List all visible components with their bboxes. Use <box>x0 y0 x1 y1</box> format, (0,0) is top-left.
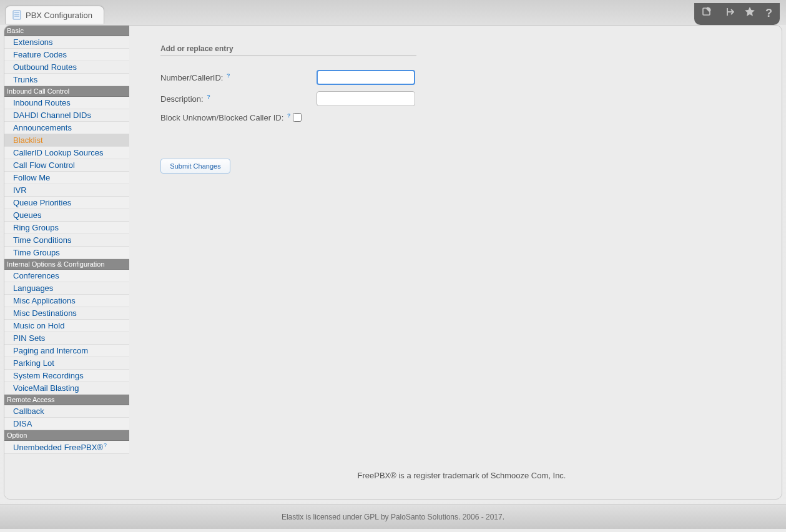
edit-icon[interactable] <box>702 6 713 21</box>
help-icon[interactable]: ? <box>287 112 291 119</box>
sidebar-item[interactable]: Callback <box>4 405 129 418</box>
description-label: Description: <box>160 94 204 104</box>
sidebar-item[interactable]: Conferences <box>4 270 129 282</box>
sidebar-item[interactable]: Time Conditions <box>4 234 129 247</box>
sidebar-item[interactable]: Misc Applications <box>4 295 129 307</box>
number-input[interactable] <box>317 70 415 85</box>
pbx-tab-icon <box>12 10 22 20</box>
sidebar-item[interactable]: Trunks <box>4 74 129 86</box>
sidebar-category-header: Option <box>4 430 129 441</box>
sidebar-item[interactable]: Music on Hold <box>4 320 129 332</box>
help-icon[interactable]: ? <box>104 442 107 448</box>
number-label: Number/CallerID: <box>160 73 223 82</box>
form-row-description: Description: ? <box>160 91 763 106</box>
content-area: Add or replace entry Number/CallerID: ? … <box>129 26 782 499</box>
sidebar: BasicExtensionsFeature CodesOutbound Rou… <box>4 26 129 499</box>
active-tab[interactable]: PBX Configuration <box>5 6 104 24</box>
star-icon[interactable] <box>744 6 755 21</box>
number-label-wrap: Number/CallerID: ? <box>160 72 317 82</box>
sidebar-item[interactable]: Blacklist <box>4 134 129 147</box>
sidebar-category-header: Internal Options & Configuration <box>4 259 129 270</box>
description-label-wrap: Description: ? <box>160 94 317 104</box>
sidebar-item[interactable]: DAHDI Channel DIDs <box>4 109 129 122</box>
sidebar-item[interactable]: Ring Groups <box>4 222 129 234</box>
form-row-number: Number/CallerID: ? <box>160 70 763 85</box>
form-row-block: Block Unknown/Blocked Caller ID: ? <box>160 112 763 122</box>
help-icon[interactable]: ? <box>207 94 210 100</box>
sidebar-item[interactable]: Languages <box>4 282 129 295</box>
sidebar-item[interactable]: Misc Destinations <box>4 307 129 320</box>
sidebar-item[interactable]: Outbound Routes <box>4 61 129 74</box>
sidebar-item[interactable]: Time Groups <box>4 247 129 259</box>
section-title: Add or replace entry <box>160 44 416 56</box>
sidebar-item[interactable]: Announcements <box>4 122 129 134</box>
footer-license: Elastix is licensed under GPL by PaloSan… <box>0 505 786 529</box>
sidebar-category-header: Inbound Call Control <box>4 86 129 97</box>
sidebar-item[interactable]: Call Flow Control <box>4 159 129 172</box>
sidebar-item[interactable]: CallerID Lookup Sources <box>4 147 129 159</box>
sidebar-item[interactable]: Queue Priorities <box>4 197 129 209</box>
block-checkbox[interactable] <box>293 113 302 122</box>
sidebar-item[interactable]: Inbound Routes <box>4 97 129 109</box>
sidebar-item[interactable]: PIN Sets <box>4 332 129 345</box>
trademark-text: FreePBX® is a register trademark of Schm… <box>160 458 763 486</box>
sidebar-category-header: Remote Access <box>4 395 129 405</box>
sidebar-item[interactable]: Parking Lot <box>4 357 129 370</box>
sidebar-item[interactable]: IVR <box>4 184 129 197</box>
header-toolbar: ? <box>694 3 780 25</box>
block-label: Block Unknown/Blocked Caller ID: <box>160 113 283 122</box>
sidebar-item[interactable]: Extensions <box>4 36 129 49</box>
sidebar-item[interactable]: System Recordings <box>4 370 129 382</box>
top-bar: PBX Configuration ? <box>0 0 786 25</box>
help-icon[interactable]: ? <box>765 7 772 20</box>
sidebar-item[interactable]: Queues <box>4 209 129 222</box>
sidebar-item[interactable]: Feature Codes <box>4 49 129 61</box>
sidebar-item[interactable]: Follow Me <box>4 172 129 184</box>
sidebar-item[interactable]: VoiceMail Blasting <box>4 382 129 395</box>
sidebar-category-header: Basic <box>4 26 129 36</box>
svg-rect-0 <box>13 11 21 19</box>
tab-title: PBX Configuration <box>26 11 92 20</box>
help-icon[interactable]: ? <box>227 72 230 79</box>
submit-button[interactable]: Submit Changes <box>160 159 230 174</box>
description-input[interactable] <box>317 91 415 106</box>
sidebar-item[interactable]: Paging and Intercom <box>4 345 129 357</box>
sidebar-item[interactable]: DISA <box>4 418 129 430</box>
main-container: BasicExtensionsFeature CodesOutbound Rou… <box>4 25 782 500</box>
block-label-wrap: Block Unknown/Blocked Caller ID: ? <box>160 112 290 122</box>
logout-icon[interactable] <box>723 6 734 21</box>
sidebar-item[interactable]: Unembedded FreePBX®? <box>4 441 129 454</box>
